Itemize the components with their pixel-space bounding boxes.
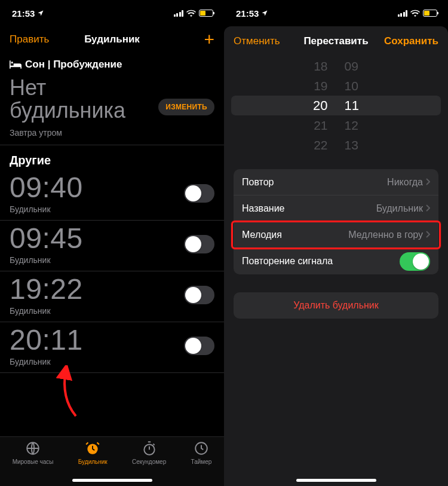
alarm-label: Будильник bbox=[10, 255, 83, 265]
home-indicator[interactable] bbox=[296, 479, 376, 482]
tab-label: Мировые часы bbox=[13, 459, 54, 465]
battery-icon bbox=[199, 10, 213, 17]
sleep-section-header: Сон | Пробуждение bbox=[0, 53, 224, 73]
alarm-label: Будильник bbox=[10, 306, 83, 316]
alarm-icon bbox=[85, 441, 100, 457]
timer-icon bbox=[194, 441, 209, 457]
setting-label: Название bbox=[242, 203, 285, 214]
tab-timer[interactable]: Таймер bbox=[191, 441, 212, 486]
sleep-subtitle: Завтра утром bbox=[10, 128, 158, 137]
battery-icon bbox=[423, 10, 437, 17]
sleep-header-label: Сон | Пробуждение bbox=[25, 59, 122, 71]
chevron-right-icon bbox=[425, 230, 430, 240]
status-bar: 21:53 bbox=[224, 0, 448, 26]
edit-button[interactable]: Править bbox=[10, 33, 49, 45]
save-button[interactable]: Сохранить bbox=[384, 35, 438, 47]
edit-alarm-modal: Отменить Переставить Сохранить 171819202… bbox=[224, 26, 448, 486]
tab-bar: Мировые часыБудильникСекундомерТаймер bbox=[0, 436, 224, 486]
alarm-toggle[interactable] bbox=[184, 337, 214, 355]
setting-value: Будильник bbox=[376, 203, 430, 214]
alarm-time: 19:22 bbox=[10, 275, 83, 304]
change-button[interactable]: ИЗМЕНИТЬ bbox=[158, 99, 214, 115]
add-alarm-button[interactable]: + bbox=[204, 30, 214, 48]
tab-label: Будильник bbox=[78, 459, 108, 465]
annotation-arrow bbox=[49, 365, 85, 419]
location-icon bbox=[261, 8, 268, 19]
status-time: 21:53 bbox=[236, 8, 259, 19]
setting-value: Никогда bbox=[387, 177, 430, 188]
settings-group: ПовторНикогдаНазваниеБудильникМелодияМед… bbox=[234, 169, 438, 274]
sleep-alarm-block: Нет будильника Завтра утром ИЗМЕНИТЬ bbox=[0, 73, 224, 145]
alarm-time: 09:45 bbox=[10, 224, 83, 253]
snooze-toggle[interactable] bbox=[400, 252, 430, 271]
alarm-row[interactable]: 09:45 Будильник bbox=[0, 221, 224, 271]
globe-icon bbox=[25, 441, 41, 457]
chevron-right-icon bbox=[425, 177, 430, 188]
other-section-header: Другие bbox=[0, 145, 224, 170]
chevron-right-icon bbox=[425, 203, 430, 214]
setting-value: Медленно в гору bbox=[348, 230, 430, 240]
setting-label: Повторение сигнала bbox=[242, 256, 333, 267]
tab-label: Секундомер bbox=[132, 459, 166, 465]
nav-bar: Править Будильник + bbox=[0, 26, 224, 53]
alarm-row[interactable]: 19:22 Будильник bbox=[0, 271, 224, 322]
stopwatch-icon bbox=[142, 441, 157, 457]
status-time: 21:53 bbox=[12, 8, 35, 19]
location-icon bbox=[37, 8, 44, 19]
tab-globe[interactable]: Мировые часы bbox=[13, 441, 54, 486]
setting-row-повтор[interactable]: ПовторНикогда bbox=[234, 169, 438, 195]
alarm-row[interactable]: 20:11 Будильник bbox=[0, 322, 224, 373]
bed-icon bbox=[10, 60, 22, 69]
signal-icon bbox=[398, 10, 408, 17]
minute-column[interactable]: 08091011121314 bbox=[336, 56, 372, 135]
alarm-time: 09:40 bbox=[10, 173, 83, 202]
status-bar: 21:53 bbox=[0, 0, 224, 26]
wifi-icon bbox=[186, 8, 196, 19]
wifi-icon bbox=[410, 8, 420, 19]
setting-row-мелодия[interactable]: МелодияМедленно в гору bbox=[234, 222, 438, 248]
hour-column[interactable]: 17181920212223 bbox=[300, 56, 336, 135]
setting-row-повторение-сигнала[interactable]: Повторение сигнала bbox=[234, 248, 438, 274]
home-indicator[interactable] bbox=[72, 479, 152, 482]
alarm-toggle[interactable] bbox=[184, 184, 214, 203]
delete-group: Удалить будильник bbox=[234, 292, 438, 319]
setting-row-название[interactable]: НазваниеБудильник bbox=[234, 195, 438, 222]
modal-nav: Отменить Переставить Сохранить bbox=[224, 26, 448, 56]
alarm-label: Будильник bbox=[10, 357, 83, 366]
alarm-time: 20:11 bbox=[10, 326, 83, 354]
setting-label: Повтор bbox=[242, 177, 274, 188]
alarm-toggle[interactable] bbox=[184, 286, 214, 304]
tab-label: Таймер bbox=[191, 459, 212, 465]
alarm-row[interactable]: 09:40 Будильник bbox=[0, 170, 224, 221]
alarm-label: Будильник bbox=[10, 204, 83, 214]
signal-icon bbox=[174, 10, 184, 17]
cancel-button[interactable]: Отменить bbox=[234, 35, 280, 47]
setting-label: Мелодия bbox=[242, 230, 282, 240]
sleep-title: Нет будильника bbox=[10, 77, 158, 122]
alarm-toggle[interactable] bbox=[184, 235, 214, 253]
time-picker[interactable]: 17181920212223 08091011121314 bbox=[224, 56, 448, 155]
delete-alarm-button[interactable]: Удалить будильник bbox=[234, 292, 438, 319]
